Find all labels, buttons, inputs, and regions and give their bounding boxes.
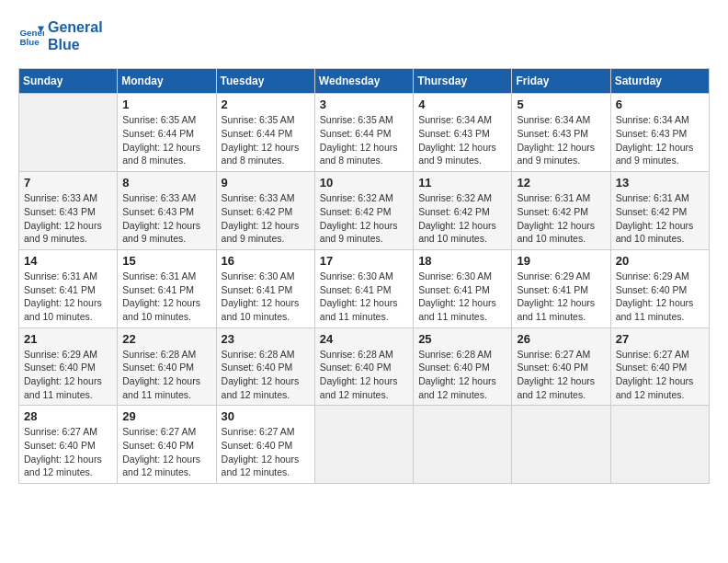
day-info: Sunrise: 6:27 AMSunset: 6:40 PMDaylight:…	[122, 425, 210, 479]
calendar-cell: 17Sunrise: 6:30 AMSunset: 6:41 PMDayligh…	[314, 249, 413, 327]
day-number: 19	[517, 254, 605, 268]
calendar-cell: 24Sunrise: 6:28 AMSunset: 6:40 PMDayligh…	[314, 327, 413, 406]
day-number: 12	[517, 176, 605, 190]
calendar-cell	[512, 406, 610, 484]
week-row-3: 21Sunrise: 6:29 AMSunset: 6:40 PMDayligh…	[19, 327, 710, 406]
day-info: Sunrise: 6:30 AMSunset: 6:41 PMDaylight:…	[418, 270, 506, 324]
calendar-cell: 22Sunrise: 6:28 AMSunset: 6:40 PMDayligh…	[118, 327, 216, 406]
calendar-cell: 12Sunrise: 6:31 AMSunset: 6:42 PMDayligh…	[512, 172, 610, 250]
calendar-cell: 4Sunrise: 6:34 AMSunset: 6:43 PMDaylight…	[414, 94, 512, 172]
day-info: Sunrise: 6:32 AMSunset: 6:42 PMDaylight:…	[418, 191, 506, 246]
day-info: Sunrise: 6:28 AMSunset: 6:40 PMDaylight:…	[320, 348, 408, 402]
calendar-cell: 8Sunrise: 6:33 AMSunset: 6:43 PMDaylight…	[118, 172, 216, 250]
day-number: 14	[24, 254, 112, 268]
calendar-cell: 16Sunrise: 6:30 AMSunset: 6:41 PMDayligh…	[216, 249, 314, 327]
day-info: Sunrise: 6:29 AMSunset: 6:41 PMDaylight:…	[517, 270, 605, 324]
day-number: 5	[517, 98, 605, 111]
day-info: Sunrise: 6:27 AMSunset: 6:40 PMDaylight:…	[222, 425, 310, 479]
calendar-cell: 28Sunrise: 6:27 AMSunset: 6:40 PMDayligh…	[19, 406, 118, 484]
day-number: 26	[517, 332, 605, 346]
day-info: Sunrise: 6:30 AMSunset: 6:41 PMDaylight:…	[320, 270, 408, 324]
calendar-cell: 1Sunrise: 6:35 AMSunset: 6:44 PMDaylight…	[118, 94, 216, 172]
calendar-cell: 11Sunrise: 6:32 AMSunset: 6:42 PMDayligh…	[414, 172, 512, 250]
day-info: Sunrise: 6:29 AMSunset: 6:40 PMDaylight:…	[24, 348, 112, 402]
calendar-cell: 20Sunrise: 6:29 AMSunset: 6:40 PMDayligh…	[610, 249, 709, 327]
calendar-cell: 9Sunrise: 6:33 AMSunset: 6:42 PMDaylight…	[216, 172, 314, 250]
calendar-cell: 3Sunrise: 6:35 AMSunset: 6:44 PMDaylight…	[314, 94, 413, 172]
page-header: General Blue General Blue	[18, 18, 710, 53]
day-info: Sunrise: 6:28 AMSunset: 6:40 PMDaylight:…	[122, 348, 210, 402]
day-number: 15	[122, 254, 210, 268]
logo-text-line2: Blue	[48, 36, 103, 53]
calendar-cell: 2Sunrise: 6:35 AMSunset: 6:44 PMDaylight…	[216, 94, 314, 172]
day-info: Sunrise: 6:35 AMSunset: 6:44 PMDaylight:…	[222, 113, 310, 167]
calendar-cell: 26Sunrise: 6:27 AMSunset: 6:40 PMDayligh…	[512, 327, 610, 406]
day-info: Sunrise: 6:27 AMSunset: 6:40 PMDaylight:…	[24, 425, 112, 479]
day-info: Sunrise: 6:34 AMSunset: 6:43 PMDaylight:…	[616, 113, 704, 167]
day-info: Sunrise: 6:34 AMSunset: 6:43 PMDaylight:…	[418, 113, 506, 167]
day-number: 23	[222, 332, 310, 346]
calendar-cell: 14Sunrise: 6:31 AMSunset: 6:41 PMDayligh…	[19, 249, 118, 327]
day-number: 27	[616, 332, 704, 346]
day-info: Sunrise: 6:29 AMSunset: 6:40 PMDaylight:…	[616, 270, 704, 324]
header-cell-monday: Monday	[118, 69, 216, 94]
calendar-cell: 27Sunrise: 6:27 AMSunset: 6:40 PMDayligh…	[610, 327, 709, 406]
calendar-cell: 29Sunrise: 6:27 AMSunset: 6:40 PMDayligh…	[118, 406, 216, 484]
day-info: Sunrise: 6:32 AMSunset: 6:42 PMDaylight:…	[320, 191, 408, 246]
week-row-0: 1Sunrise: 6:35 AMSunset: 6:44 PMDaylight…	[19, 94, 710, 172]
calendar-cell	[314, 406, 413, 484]
day-number: 13	[616, 176, 704, 190]
day-info: Sunrise: 6:31 AMSunset: 6:42 PMDaylight:…	[517, 191, 605, 246]
day-number: 16	[222, 254, 310, 268]
calendar-cell: 30Sunrise: 6:27 AMSunset: 6:40 PMDayligh…	[216, 406, 314, 484]
day-number: 4	[418, 98, 506, 111]
svg-text:Blue: Blue	[19, 37, 40, 47]
header-cell-thursday: Thursday	[414, 69, 512, 94]
calendar-cell: 10Sunrise: 6:32 AMSunset: 6:42 PMDayligh…	[314, 172, 413, 250]
calendar-cell: 21Sunrise: 6:29 AMSunset: 6:40 PMDayligh…	[19, 327, 118, 406]
day-number: 25	[418, 332, 506, 346]
day-info: Sunrise: 6:35 AMSunset: 6:44 PMDaylight:…	[122, 113, 210, 167]
day-info: Sunrise: 6:34 AMSunset: 6:43 PMDaylight:…	[517, 113, 605, 167]
logo-icon: General Blue	[18, 23, 44, 49]
day-number: 6	[616, 98, 704, 111]
calendar-cell: 7Sunrise: 6:33 AMSunset: 6:43 PMDaylight…	[19, 172, 118, 250]
week-row-1: 7Sunrise: 6:33 AMSunset: 6:43 PMDaylight…	[19, 172, 710, 250]
day-number: 7	[24, 176, 112, 190]
calendar-cell: 15Sunrise: 6:31 AMSunset: 6:41 PMDayligh…	[118, 249, 216, 327]
day-number: 10	[320, 176, 408, 190]
day-number: 17	[320, 254, 408, 268]
logo-text-line1: General	[48, 18, 103, 36]
day-number: 3	[320, 98, 408, 111]
calendar-cell: 25Sunrise: 6:28 AMSunset: 6:40 PMDayligh…	[414, 327, 512, 406]
day-number: 28	[24, 409, 112, 423]
day-number: 18	[418, 254, 506, 268]
day-info: Sunrise: 6:31 AMSunset: 6:41 PMDaylight:…	[24, 270, 112, 324]
day-number: 1	[122, 98, 210, 111]
calendar-header: SundayMondayTuesdayWednesdayThursdayFrid…	[19, 69, 710, 94]
day-info: Sunrise: 6:33 AMSunset: 6:43 PMDaylight:…	[122, 191, 210, 246]
day-info: Sunrise: 6:28 AMSunset: 6:40 PMDaylight:…	[222, 348, 310, 402]
header-row: SundayMondayTuesdayWednesdayThursdayFrid…	[19, 69, 710, 94]
day-number: 11	[418, 176, 506, 190]
calendar-cell: 13Sunrise: 6:31 AMSunset: 6:42 PMDayligh…	[610, 172, 709, 250]
header-cell-friday: Friday	[512, 69, 610, 94]
day-info: Sunrise: 6:28 AMSunset: 6:40 PMDaylight:…	[418, 348, 506, 402]
calendar-cell	[414, 406, 512, 484]
day-info: Sunrise: 6:27 AMSunset: 6:40 PMDaylight:…	[616, 348, 704, 402]
day-number: 21	[24, 332, 112, 346]
day-info: Sunrise: 6:33 AMSunset: 6:43 PMDaylight:…	[24, 191, 112, 246]
day-number: 8	[122, 176, 210, 190]
day-number: 20	[616, 254, 704, 268]
day-number: 9	[222, 176, 310, 190]
day-number: 29	[122, 409, 210, 423]
logo: General Blue General Blue	[18, 18, 103, 53]
day-info: Sunrise: 6:27 AMSunset: 6:40 PMDaylight:…	[517, 348, 605, 402]
calendar-cell: 5Sunrise: 6:34 AMSunset: 6:43 PMDaylight…	[512, 94, 610, 172]
day-number: 22	[122, 332, 210, 346]
header-cell-wednesday: Wednesday	[314, 69, 413, 94]
calendar-cell	[610, 406, 709, 484]
day-info: Sunrise: 6:31 AMSunset: 6:42 PMDaylight:…	[616, 191, 704, 246]
calendar-cell	[19, 94, 118, 172]
week-row-4: 28Sunrise: 6:27 AMSunset: 6:40 PMDayligh…	[19, 406, 710, 484]
